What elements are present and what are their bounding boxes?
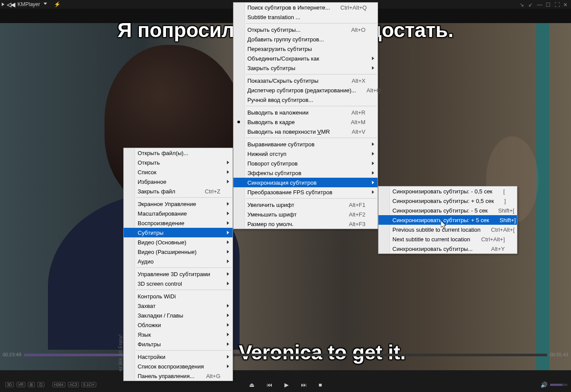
menu-item[interactable]: Воспроизведение [124, 218, 233, 228]
submenu-arrow-icon [227, 260, 229, 263]
menu-item-label: Синхронизировать субтитры: + 0,5 сек [392, 198, 494, 204]
menu-item-label: Панель управления... [138, 373, 196, 379]
menu-item[interactable]: Управление 3D субтитрами [124, 269, 233, 279]
menu-item[interactable]: 3D screen control [124, 279, 233, 288]
menu-item[interactable]: Избранное [124, 177, 233, 186]
menu-item[interactable]: Перезагрузить субтитры [233, 44, 378, 54]
menu-item[interactable]: Захват [124, 301, 233, 311]
menu-item[interactable]: Открыть субтитры...Alt+O [233, 25, 378, 34]
menu-item-label: Список [138, 169, 220, 176]
pin-icon[interactable]: ↘ [520, 2, 525, 7]
menu-item[interactable]: Открыть [124, 158, 233, 167]
menu-item[interactable]: Увеличить шрифтAlt+F1 [233, 200, 378, 210]
menu-item[interactable]: Previous subtitle to current locationCtr… [378, 225, 517, 234]
menu-item[interactable]: Эффекты субтитров [233, 168, 378, 178]
submenu-arrow-icon [372, 57, 374, 60]
menu-item[interactable]: Панель управления...Alt+G [124, 371, 233, 381]
menu-item[interactable]: Язык [124, 330, 233, 339]
menu-item[interactable]: Синхронизировать субтитры: - 0,5 сек[ [378, 186, 517, 196]
submenu-arrow-icon [227, 323, 229, 327]
badge-channels: 5.1CH [81, 382, 96, 387]
menu-item[interactable]: Аудио [124, 257, 233, 266]
menu-item[interactable]: Объединить/Сохранить как [233, 54, 378, 63]
menu-item[interactable]: Выводить на поверхности VMRAlt+V [233, 127, 378, 136]
progress-bar[interactable] [24, 354, 547, 356]
menu-item[interactable]: Синхронизировать субтитры: + 0,5 сек] [378, 196, 517, 206]
badge-vr[interactable]: VR [17, 382, 26, 387]
menu-item-label: Аудио [138, 258, 220, 265]
menu-item-shortcut: Alt+F2 [349, 211, 365, 218]
menu-item[interactable]: Синхронизировать субтитры: - 5 секShift+… [378, 206, 517, 215]
menu-item[interactable]: Диспетчер субтитров (редактирование)...A… [233, 85, 378, 95]
badge-grid[interactable]: ⊞ [28, 382, 35, 387]
menu-item[interactable]: Список [124, 167, 233, 177]
next-button[interactable]: ⏭ [301, 382, 307, 388]
menu-separator [136, 290, 232, 290]
submenu-arrow-icon [227, 282, 229, 285]
menu-separator [246, 198, 377, 199]
menu-item[interactable]: Выравнивание субтитров [233, 139, 378, 149]
eject-button[interactable]: ⏏ [249, 382, 254, 388]
menu-item[interactable]: Настройки [124, 352, 233, 362]
close-icon[interactable]: ✕ [563, 2, 568, 7]
volume-control[interactable]: 🔊 [541, 382, 568, 388]
volume-bar[interactable] [550, 384, 568, 386]
menu-item[interactable]: Добавить группу субтитров... [233, 34, 378, 44]
menu-item[interactable]: Показать/Скрыть субтитрыAlt+X [233, 76, 378, 85]
menu-item[interactable]: Next subtitle to current locationCtrl+Al… [378, 234, 517, 244]
menu-item[interactable]: Размер по умолч.Alt+F3 [233, 219, 378, 229]
menu-item[interactable]: Выводить в наложенииAlt+R [233, 108, 378, 117]
dropdown-icon[interactable] [44, 3, 47, 7]
badge-audio: AC3 [68, 382, 79, 387]
menu-item[interactable]: Видео (Основные) [124, 237, 233, 247]
menu-item[interactable]: Subtitle translation ... [233, 12, 378, 22]
badge-3d[interactable]: 3D [5, 382, 14, 387]
menu-item-label: Воспроизведение [138, 220, 220, 226]
menu-item[interactable]: Нижний отступ [233, 149, 378, 159]
menu-item[interactable]: Список воспроизведения [124, 362, 233, 371]
submenu-arrow-icon [227, 170, 229, 174]
menu-item[interactable]: Контроль WiDi [124, 291, 233, 301]
menu-item[interactable]: Ручной ввод субтитров... [233, 95, 378, 105]
menu-item-label: Перезагрузить субтитры [247, 46, 365, 52]
menu-item[interactable]: Открыть файл(ы)... [124, 148, 233, 158]
menu-item-shortcut: Alt+O [351, 27, 365, 33]
menu-item[interactable]: Поворот субтитров [233, 159, 378, 168]
menu-item[interactable]: Масштабирование [124, 209, 233, 218]
menu-item-label: Синхронизировать субтитры: + 5 сек [392, 217, 489, 223]
menu-item[interactable]: Закрыть субтитры [233, 63, 378, 73]
prev-button[interactable]: ⏮ [267, 382, 272, 388]
submenu-arrow-icon [227, 342, 229, 346]
menu-item-label: Previous subtitle to current location [392, 226, 480, 233]
menu-item[interactable]: Субтитры [124, 228, 233, 237]
menu-item[interactable]: Синхронизировать субтитры...Alt+Y [378, 244, 517, 253]
menu-item[interactable]: Закрыть файлCtrl+Z [124, 186, 233, 196]
menu-item-label: Обложки [138, 322, 220, 328]
stop-button[interactable]: ■ [319, 382, 322, 388]
menu-item[interactable]: Синхронизировать субтитры: + 5 секShift+… [378, 215, 517, 225]
menu-item[interactable]: Фильтры [124, 339, 233, 349]
menu-item[interactable]: Поиск субтитров в Интернете...Ctrl+Alt+Q [233, 3, 378, 12]
maximize-icon[interactable]: ☐ [546, 2, 551, 7]
menu-item[interactable]: Закладки / Главы [124, 311, 233, 320]
menu-item[interactable]: Преобразование FPS субтитров [233, 187, 378, 197]
submenu-arrow-icon [227, 272, 229, 276]
minimize-icon[interactable]: — [537, 2, 542, 7]
volume-icon[interactable]: 🔊 [541, 382, 547, 388]
menu-item-label: 3D screen control [138, 280, 220, 287]
menu-item[interactable]: Обложки [124, 320, 233, 330]
badge-box[interactable]: ⊡ [37, 382, 44, 387]
fullscreen-icon[interactable]: ⛶ [554, 2, 560, 7]
menu-item[interactable]: Синхронизация субтитров [233, 178, 378, 187]
menu-item-shortcut: Alt+F3 [349, 221, 365, 227]
submenu-arrow-icon [227, 365, 229, 368]
play-button[interactable]: ▶ [284, 382, 289, 388]
menu-item[interactable]: Выводить в кадреAlt+M [233, 117, 378, 127]
submenu-arrow-icon [227, 221, 229, 225]
menu-item[interactable]: Видео (Расширенные) [124, 247, 233, 257]
menu-item[interactable]: Экранное Управление [124, 199, 233, 209]
compact-icon[interactable]: ↙ [528, 2, 534, 7]
bolt-icon[interactable]: ⚡ [54, 1, 61, 7]
badge-codec: H264 [52, 382, 65, 387]
menu-item[interactable]: Уменьшить шрифтAlt+F2 [233, 210, 378, 219]
